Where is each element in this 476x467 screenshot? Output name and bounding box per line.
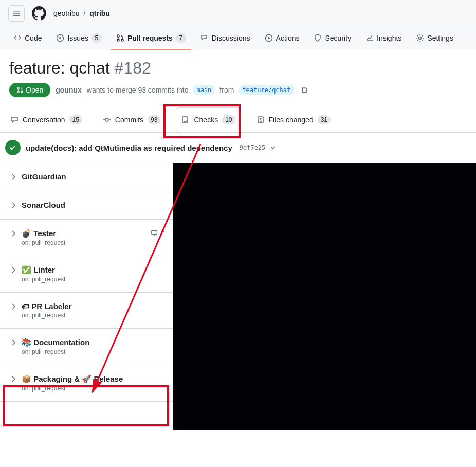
copy-icon	[301, 86, 308, 94]
commit-message[interactable]: update(docs): add QtMutimedia as require…	[26, 143, 232, 152]
commit-header: update(docs): add QtMutimedia as require…	[0, 133, 476, 163]
comment-icon	[10, 116, 19, 124]
svg-point-7	[17, 87, 20, 89]
tab-commits[interactable]: Commits 93	[98, 108, 166, 132]
pr-open-icon	[16, 86, 24, 94]
shield-icon	[314, 34, 322, 42]
check-name: 🏷 PR Labeler	[22, 302, 164, 311]
status-success-icon	[5, 140, 21, 155]
github-logo[interactable]	[31, 5, 47, 22]
check-icon	[9, 143, 17, 152]
menu-icon	[12, 9, 21, 17]
svg-point-2	[117, 35, 119, 37]
check-trigger: on: pull_request	[22, 312, 164, 319]
pr-icon	[116, 34, 124, 42]
nav-pull-requests[interactable]: Pull requests 7	[111, 27, 191, 50]
pr-state-row: Open gounux wants to merge 93 commits in…	[9, 83, 467, 97]
check-item[interactable]: 📦 Packaging & 🚀 Releaseon: pull_request	[0, 365, 173, 402]
state-badge-open: Open	[9, 83, 50, 97]
pr-title: feature: qchat #182	[9, 59, 467, 78]
svg-point-3	[117, 39, 119, 41]
nav-insights[interactable]: Insights	[360, 28, 407, 49]
check-name: SonarCloud	[22, 201, 164, 209]
code-icon	[13, 34, 22, 42]
checklist-icon	[181, 116, 190, 124]
svg-rect-14	[152, 230, 157, 234]
copy-branch-button[interactable]	[299, 84, 310, 96]
chevron-right-icon	[11, 202, 16, 210]
svg-point-6	[419, 37, 422, 40]
chevron-right-icon	[11, 303, 16, 311]
issues-icon	[56, 34, 64, 42]
check-trigger: on: pull_request	[22, 276, 164, 283]
check-detail-pane	[173, 163, 476, 430]
graph-icon	[365, 34, 374, 42]
tab-checks[interactable]: Checks 10	[176, 108, 240, 132]
github-icon	[32, 6, 46, 21]
check-name: ✅ Linter	[22, 265, 164, 275]
svg-point-8	[17, 91, 20, 93]
base-branch[interactable]: main	[193, 85, 214, 95]
nav-settings[interactable]: Settings	[411, 28, 459, 49]
check-item[interactable]: SonarCloud	[0, 191, 173, 220]
tab-conversation[interactable]: Conversation 15	[5, 108, 87, 132]
chevron-right-icon	[11, 266, 16, 275]
head-branch[interactable]: feature/qchat	[239, 85, 294, 95]
nav-code[interactable]: Code	[8, 28, 47, 49]
repo-nav: Code Issues 5 Pull requests 7 Discussion…	[0, 27, 476, 50]
gear-icon	[416, 34, 424, 42]
pr-tabs: Conversation 15 Commits 93 Checks 10 Fil…	[0, 107, 476, 133]
svg-point-4	[121, 39, 123, 41]
breadcrumb-repo[interactable]: qtribu	[89, 9, 110, 17]
commit-icon	[103, 116, 111, 124]
actions-icon	[265, 34, 273, 42]
svg-rect-10	[303, 88, 307, 93]
hamburger-menu[interactable]	[8, 5, 25, 22]
svg-point-11	[105, 118, 108, 121]
nav-issues[interactable]: Issues 5	[51, 27, 106, 50]
check-name: 💣 Tester	[22, 229, 145, 238]
diff-icon	[257, 116, 265, 124]
check-trigger: on: pull_request	[22, 239, 145, 246]
nav-security[interactable]: Security	[308, 28, 356, 49]
check-trigger: on: pull_request	[22, 348, 164, 355]
breadcrumb: geotribu / qtribu	[53, 9, 110, 17]
chevron-right-icon	[11, 230, 16, 238]
chevron-right-icon	[11, 339, 16, 347]
tab-files-changed[interactable]: Files changed 31	[251, 108, 336, 132]
check-name: 📚 Documentation	[22, 338, 164, 347]
check-item[interactable]: 🏷 PR Labeleron: pull_request	[0, 293, 173, 329]
svg-point-1	[59, 37, 61, 39]
pr-author[interactable]: gounux	[56, 86, 82, 94]
check-item[interactable]: ✅ Linteron: pull_request	[0, 256, 173, 293]
chevron-right-icon	[11, 173, 16, 182]
chevron-right-icon	[11, 375, 16, 384]
checks-sidebar: GitGuardianSonarCloud💣 Testeron: pull_re…	[0, 163, 173, 430]
check-name: GitGuardian	[22, 172, 164, 181]
breadcrumb-owner[interactable]: geotribu	[53, 9, 80, 17]
check-name: 📦 Packaging & 🚀 Release	[22, 374, 164, 384]
check-item[interactable]: GitGuardian	[0, 163, 173, 191]
discussions-icon	[200, 34, 209, 42]
check-annotations-count: 2	[151, 229, 164, 237]
nav-actions[interactable]: Actions	[260, 28, 305, 49]
check-item[interactable]: 💣 Testeron: pull_request2	[0, 220, 173, 256]
nav-discussions[interactable]: Discussions	[195, 28, 255, 49]
caret-down-icon[interactable]	[270, 145, 276, 150]
check-item[interactable]: 📚 Documentationon: pull_request	[0, 329, 173, 365]
commit-sha[interactable]: 9df7e25	[240, 144, 266, 151]
check-trigger: on: pull_request	[22, 385, 164, 392]
svg-point-9	[21, 91, 23, 93]
